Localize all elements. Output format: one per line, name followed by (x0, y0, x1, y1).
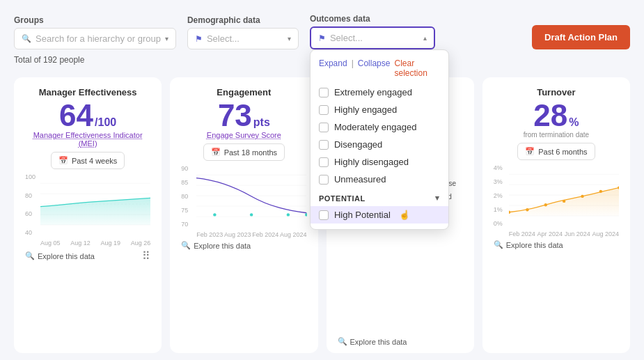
item-label: Unmeasured (334, 174, 386, 185)
outcomes-explore-label: Explore this data (350, 338, 407, 346)
checkbox-highly-disengaged[interactable] (319, 157, 329, 167)
collapse-link[interactable]: Collapse (358, 58, 391, 78)
manager-chart (40, 173, 150, 236)
svg-point-13 (305, 213, 306, 216)
dropdown-actions: Expand | Collapse Clear selection (311, 56, 448, 84)
search-icon: 🔍 (22, 34, 31, 43)
outcomes-filter: Outcomes data ⚑ Select... ▴ Expand | Col… (310, 14, 435, 49)
calendar-icon-3: 📅 (525, 147, 535, 156)
checkbox-disengaged[interactable] (319, 140, 329, 150)
turnover-explore-link[interactable]: 🔍 Explore this data (494, 240, 563, 249)
engagement-date-label: Past 18 months (224, 148, 277, 157)
turnover-bottom-bar: 🔍 Explore this data (494, 240, 619, 249)
groups-select[interactable]: 🔍 Search for a hierarchy or group ▾ (14, 28, 176, 49)
outcomes-filter-icon: ⚑ (318, 33, 326, 43)
dropdown-item-moderately-engaged[interactable]: Moderately engaged (311, 118, 448, 136)
turnover-metric-suffix: % (569, 116, 579, 129)
turnover-subtext: from termination date (494, 131, 619, 139)
checkbox-moderately-engaged[interactable] (319, 123, 329, 132)
draft-action-plan-button[interactable]: Draft Action Plan (532, 25, 630, 49)
chevron-up-icon: ▴ (423, 34, 427, 42)
hierarchy-icon[interactable]: ⠿ (142, 249, 150, 263)
outcomes-label: Outcomes data (310, 14, 435, 24)
turnover-date-button[interactable]: 📅 Past 6 months (517, 143, 595, 160)
checkbox-extremely-engaged[interactable] (319, 88, 329, 97)
expand-link[interactable]: Expand (319, 58, 347, 78)
engagement-bottom-bar: 🔍 Explore this data (181, 241, 306, 250)
engagement-metric-value: 73 (218, 100, 252, 131)
engagement-y-labels: 90 85 80 75 70 (181, 165, 188, 228)
engagement-explore-label: Explore this data (194, 242, 251, 250)
potential-section-header[interactable]: POTENTIAL ▾ (311, 188, 448, 206)
manager-explore-label: Explore this data (38, 252, 95, 260)
manager-metric-suffix: /100 (95, 116, 116, 129)
chevron-down-icon: ▾ (165, 35, 168, 42)
filter-icon: ⚑ (195, 34, 203, 44)
manager-metric-subtext: Manager Effectiveness Indicator (MEI) (25, 131, 150, 148)
cursor-icon: ☝ (399, 210, 410, 220)
checkbox-highly-engaged[interactable] (319, 105, 329, 115)
item-label: High Potential (334, 210, 391, 220)
groups-filter: Groups 🔍 Search for a hierarchy or group… (14, 15, 176, 49)
turnover-chart (509, 164, 619, 227)
dropdown-item-unmeasured[interactable]: Unmeasured (311, 171, 448, 188)
engagement-card-title: Engagement (181, 87, 306, 97)
section-chevron-icon: ▾ (435, 194, 440, 203)
manager-metric-row: 64 /100 (25, 100, 150, 131)
item-label: Extremely engaged (334, 87, 412, 97)
turnover-metric-row: 28 % (494, 100, 619, 131)
svg-point-11 (250, 213, 253, 216)
search-icon-3: 🔍 (181, 241, 191, 250)
dropdown-item-high-potential[interactable]: High Potential ☝ (311, 206, 448, 224)
demographic-select[interactable]: ⚑ Select... ▾ (187, 28, 299, 49)
item-label: Disengaged (334, 139, 382, 150)
manager-x-labels: Aug 05 Aug 12 Aug 19 Aug 26 (40, 240, 150, 246)
calendar-icon: 📅 (58, 156, 68, 165)
engagement-date-button[interactable]: 📅 Past 18 months (203, 143, 285, 161)
checkbox-unmeasured[interactable] (319, 175, 329, 185)
demographic-label: Demographic data (187, 15, 299, 25)
engagement-metric-suffix: pts (253, 116, 270, 129)
dropdown-item-extremely-engaged[interactable]: Extremely engaged (311, 84, 448, 101)
svg-point-29 (599, 190, 602, 193)
outcomes-bottom-bar: 🔍 Explore this data (338, 337, 463, 346)
item-label: Highly engaged (334, 104, 397, 115)
manager-date-button[interactable]: 📅 Past 4 weeks (51, 152, 125, 169)
outcomes-select[interactable]: ⚑ Select... ▴ (310, 26, 435, 49)
outcomes-explore-link[interactable]: 🔍 Explore this data (338, 337, 407, 346)
calendar-icon-2: 📅 (211, 148, 221, 157)
svg-point-27 (563, 200, 565, 203)
manager-chart-wrapper: 100 80 60 40 (25, 173, 150, 246)
turnover-metric-value: 28 (533, 100, 567, 131)
demographic-filter: Demographic data ⚑ Select... ▾ (187, 15, 299, 49)
engagement-chart-wrapper: 90 85 80 75 70 (181, 165, 306, 238)
turnover-x-labels: Feb 2024 Apr 2024 Jun 2024 Aug 2024 (509, 230, 619, 237)
turnover-card-title: Turnover (494, 87, 619, 97)
dropdown-item-disengaged[interactable]: Disengaged (311, 136, 448, 153)
engagement-explore-link[interactable]: 🔍 Explore this data (181, 241, 251, 250)
manager-date-label: Past 4 weeks (72, 157, 117, 165)
search-icon-4: 🔍 (338, 337, 347, 346)
turnover-card: Turnover 28 % from termination date 📅 Pa… (482, 77, 630, 353)
search-icon: 🔍 (25, 251, 35, 260)
dropdown-item-highly-engaged[interactable]: Highly engaged (311, 101, 448, 118)
potential-label: POTENTIAL (319, 194, 366, 203)
svg-point-12 (287, 213, 290, 216)
manager-metric-value: 64 (59, 100, 93, 131)
dropdown-item-highly-disengaged[interactable]: Highly disengaged (311, 153, 448, 171)
svg-point-26 (544, 203, 547, 206)
turnover-date-label: Past 6 months (538, 148, 587, 156)
outcomes-placeholder: Select... (330, 33, 419, 43)
manager-card-title: Manager Effectiveness (25, 87, 150, 97)
total-people-label: Total of 192 people (14, 55, 84, 65)
outcomes-dropdown: Expand | Collapse Clear selection Extrem… (310, 49, 449, 230)
checkbox-high-potential[interactable] (319, 210, 329, 220)
svg-point-25 (526, 208, 528, 211)
clear-link[interactable]: Clear selection (394, 58, 439, 78)
groups-placeholder: Search for a hierarchy or group (36, 33, 161, 44)
svg-point-10 (213, 213, 216, 216)
turnover-chart-wrapper: 4% 3% 2% 1% 0% (494, 164, 619, 237)
manager-explore-link[interactable]: 🔍 Explore this data (25, 251, 95, 260)
svg-point-28 (581, 195, 583, 198)
engagement-metric-row: 73 pts (181, 100, 306, 131)
